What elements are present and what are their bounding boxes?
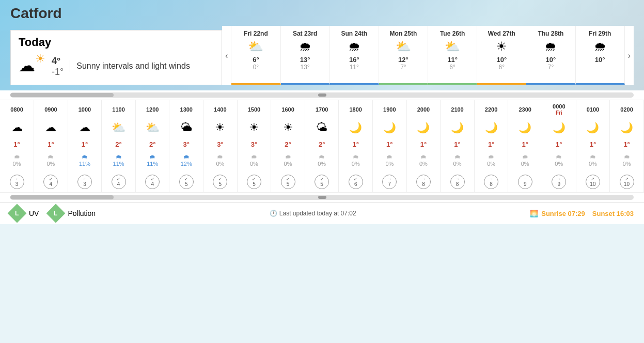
hourly-section: 0800090010001100120013001400150016001700… bbox=[0, 100, 644, 192]
hour-rain-icon-1: 🌧 bbox=[34, 150, 68, 161]
hour-icon-2: ☁ bbox=[68, 117, 102, 138]
wind-circle-9: ↙ 5 bbox=[315, 175, 329, 189]
wind-circle-11: → 7 bbox=[382, 175, 397, 189]
wind-arrow-10: ↙ bbox=[354, 177, 357, 181]
hour-wind-12: → 8 bbox=[406, 170, 441, 192]
hour-wind-17: ↗ 10 bbox=[576, 170, 610, 192]
hour-rain-pct-3: 11% bbox=[102, 161, 136, 170]
hour-temp-10: 1° bbox=[339, 138, 373, 150]
hour-temp-2: 1° bbox=[68, 138, 102, 150]
wind-circle-18: ↗ 10 bbox=[620, 175, 634, 189]
hour-rain-pct-5: 12% bbox=[169, 161, 203, 170]
hour-temp-12: 1° bbox=[406, 138, 441, 150]
forecast-day-fri29[interactable]: Fri 29th 🌧 10° bbox=[576, 26, 625, 85]
hour-time-0: 0800 bbox=[0, 100, 34, 117]
forecast-day-low: 6° bbox=[479, 64, 524, 71]
hour-wind-6: ↙ 5 bbox=[203, 170, 238, 192]
today-high: 4° bbox=[52, 56, 64, 67]
hour-wind-2: ← 3 bbox=[68, 170, 102, 192]
uv-label: UV bbox=[29, 209, 39, 217]
bottom-scrollbar-container bbox=[0, 192, 644, 202]
hour-temp-7: 3° bbox=[237, 138, 271, 150]
hour-time-5: 1300 bbox=[169, 100, 203, 117]
hour-rain-pct-17: 0% bbox=[576, 161, 610, 170]
hour-rain-pct-4: 11% bbox=[135, 161, 169, 170]
top-scrollbar-container bbox=[0, 90, 644, 100]
wind-circle-13: → 8 bbox=[450, 175, 465, 189]
forecast-prev-arrow[interactable]: ‹ bbox=[222, 26, 231, 85]
hour-wind-4: ↙ 4 bbox=[135, 170, 169, 192]
wind-arrow-16: → bbox=[557, 177, 561, 181]
hour-time-13: 2100 bbox=[441, 100, 475, 117]
hour-wind-7: ↙ 5 bbox=[237, 170, 271, 192]
hour-rain-icon-11: 🌧 bbox=[373, 150, 407, 161]
wind-circle-14: → 8 bbox=[484, 175, 498, 189]
hour-temp-8: 2° bbox=[271, 138, 305, 150]
hour-icon-5: 🌥 bbox=[169, 117, 203, 138]
forecast-day-tue26[interactable]: Tue 26th ⛅ 11° 6° bbox=[428, 26, 477, 85]
hour-wind-11: → 7 bbox=[373, 170, 407, 192]
hour-temp-18: 1° bbox=[610, 138, 644, 150]
bottom-scrollbar[interactable] bbox=[10, 195, 634, 200]
wind-speed-1: 4 bbox=[50, 181, 53, 187]
forecast-day-sun24[interactable]: Sun 24th 🌧 16° 11° bbox=[330, 26, 379, 85]
hour-rain-icon-0: 🌧 bbox=[0, 150, 34, 161]
wind-arrow-4: ↙ bbox=[151, 177, 154, 181]
forecast-day-fri22[interactable]: Fri 22nd ⛅ 6° 0° bbox=[231, 26, 280, 85]
hour-rain-icon-10: 🌧 bbox=[339, 150, 373, 161]
hour-icon-8: ☀ bbox=[271, 117, 305, 138]
hour-icon-11: 🌙 bbox=[373, 117, 407, 138]
hour-icon-10: 🌙 bbox=[339, 117, 373, 138]
hour-rain-pct-14: 0% bbox=[474, 161, 508, 170]
wind-speed-6: 5 bbox=[219, 181, 222, 187]
hour-icon-3: ⛅ bbox=[102, 117, 136, 138]
sunrise-text: Sunrise 07:29 bbox=[541, 210, 585, 217]
hour-rain-icon-17: 🌧 bbox=[576, 150, 610, 161]
hour-wind-1: ↙ 4 bbox=[34, 170, 68, 192]
hour-icon-15: 🌙 bbox=[508, 117, 542, 138]
hour-time-15: 2300 bbox=[508, 100, 542, 117]
hour-rain-icon-4: 🌧 bbox=[135, 150, 169, 161]
wind-speed-5: 5 bbox=[185, 181, 188, 187]
hour-temp-3: 2° bbox=[102, 138, 136, 150]
forecast-day-low: 7° bbox=[528, 64, 573, 71]
pollution-diamond: L bbox=[46, 204, 66, 223]
today-low: -1° bbox=[52, 67, 64, 77]
forecast-day-name: Fri 22nd bbox=[233, 30, 278, 37]
wind-arrow-15: → bbox=[523, 177, 527, 181]
forecast-next-arrow[interactable]: › bbox=[625, 26, 634, 85]
forecast-day-wed27[interactable]: Wed 27th ☀ 10° 6° bbox=[477, 26, 526, 85]
forecast-day-icon: ⛅ bbox=[233, 39, 278, 54]
top-scrollbar[interactable] bbox=[10, 92, 634, 98]
forecast-day-high: 10° bbox=[528, 56, 573, 64]
today-panel: Today ☁ ☀ 4° -1° Sunny intervals and lig… bbox=[10, 30, 222, 85]
forecast-day-sat23[interactable]: Sat 23rd 🌧 13° 13° bbox=[281, 26, 330, 85]
wind-speed-2: 3 bbox=[83, 181, 86, 187]
wind-arrow-6: ↙ bbox=[218, 177, 222, 181]
wind-circle-15: → 9 bbox=[518, 175, 532, 189]
forecast-day-name: Mon 25th bbox=[381, 30, 426, 37]
forecast-day-icon: 🌧 bbox=[578, 39, 622, 54]
hour-rain-pct-16: 0% bbox=[542, 161, 576, 170]
uv-level: L bbox=[15, 210, 19, 217]
forecast-day-high: 16° bbox=[332, 56, 376, 64]
forecast-strip: ‹ Fri 22nd ⛅ 6° 0° Sat 23rd 🌧 13° 13° Su… bbox=[222, 26, 634, 85]
wind-speed-16: 9 bbox=[558, 181, 561, 187]
hour-temp-15: 1° bbox=[508, 138, 542, 150]
hour-time-8: 1600 bbox=[271, 100, 305, 117]
forecast-day-mon25[interactable]: Mon 25th ⛅ 12° 7° bbox=[379, 26, 428, 85]
forecast-day-low: 11° bbox=[332, 64, 376, 71]
pollution-label: Pollution bbox=[68, 209, 96, 217]
forecast-day-icon: ☀ bbox=[479, 39, 524, 54]
forecast-day-thu28[interactable]: Thu 28th 🌧 10° 7° bbox=[526, 26, 575, 85]
today-description: Sunny intervals and light winds bbox=[70, 60, 190, 72]
forecast-day-name: Fri 29th bbox=[578, 30, 622, 37]
hour-temp-4: 2° bbox=[135, 138, 169, 150]
hour-rain-pct-15: 0% bbox=[508, 161, 542, 170]
last-updated-text: Last updated today at 07:02 bbox=[279, 210, 356, 217]
sunrise-info: 🌅 Sunrise 07:29 Sunset 16:03 bbox=[530, 210, 634, 217]
hour-time-6: 1400 bbox=[203, 100, 238, 117]
wind-speed-15: 9 bbox=[524, 181, 527, 187]
hour-rain-icon-13: 🌧 bbox=[441, 150, 475, 161]
wind-arrow-0: ← bbox=[15, 177, 19, 181]
